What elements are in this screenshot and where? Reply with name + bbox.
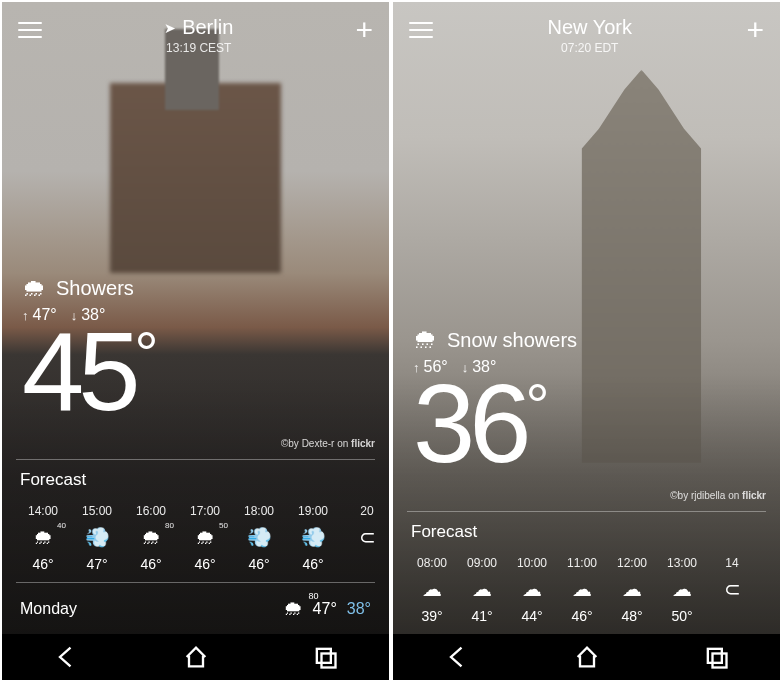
weather-icon: 🌧80	[124, 524, 178, 550]
hour-temp: 46°	[124, 556, 178, 572]
hour-temp: 44°	[507, 608, 557, 624]
location-arrow-icon: ➤	[164, 20, 176, 36]
svg-rect-0	[316, 649, 330, 663]
forecast-heading: Forecast	[2, 460, 389, 498]
hourly-column: 19:00💨46°	[286, 504, 340, 572]
weather-icon: ☁	[407, 576, 457, 602]
hourly-column: 11:00☁46°	[557, 556, 607, 624]
weather-icon: 🌧50	[178, 524, 232, 550]
hour-label: 20	[340, 504, 389, 518]
hour-label: 15:00	[70, 504, 124, 518]
photo-credit[interactable]: ©by rjdibella on flickr	[393, 484, 780, 511]
hourly-column: 13:00☁50°	[657, 556, 707, 624]
add-location-icon[interactable]: +	[355, 18, 373, 42]
hour-temp: 50°	[657, 608, 707, 624]
city-name: New York	[547, 16, 632, 39]
precip-chance: 80	[165, 521, 174, 530]
svg-rect-1	[321, 654, 335, 668]
hour-temp: 48°	[607, 608, 657, 624]
down-arrow-icon: ↓	[71, 308, 78, 323]
precip-chance: 40	[57, 521, 66, 530]
recent-apps-button[interactable]	[311, 643, 339, 671]
rain-icon: 🌧80	[283, 597, 303, 620]
weather-icon: ☁	[507, 576, 557, 602]
daily-forecast-row[interactable]: Monday 🌧80 47° 38°	[2, 583, 389, 634]
day-high: 47°	[313, 600, 337, 618]
back-button[interactable]	[53, 643, 81, 671]
local-time: 07:20 EDT	[433, 41, 746, 55]
weather-icon: ⊂	[340, 524, 389, 550]
hour-label: 08:00	[407, 556, 457, 570]
menu-icon[interactable]	[18, 22, 42, 38]
hourly-column: 10:00☁44°	[507, 556, 557, 624]
weather-icon: ☁	[657, 576, 707, 602]
flickr-logo: flickr	[351, 438, 375, 449]
hourly-column: 09:00☁41°	[457, 556, 507, 624]
hourly-forecast[interactable]: 08:00☁39°09:00☁41°10:00☁44°11:00☁46°12:0…	[393, 550, 780, 634]
weather-icon: ☁	[607, 576, 657, 602]
hour-label: 17:00	[178, 504, 232, 518]
hourly-column: 14⊂	[707, 556, 757, 624]
weather-icon: 🌧40	[16, 524, 70, 550]
flickr-logo: flickr	[742, 490, 766, 501]
weather-icon: ⊂	[707, 576, 757, 602]
snow-icon: 🌨	[413, 326, 437, 354]
weather-icon: ☁	[457, 576, 507, 602]
day-low: 38°	[347, 600, 371, 618]
city-name: Berlin	[182, 16, 233, 39]
current-conditions: 🌨 Snow showers ↑56° ↓38° 36°	[393, 326, 780, 484]
hour-label: 18:00	[232, 504, 286, 518]
weather-icon: ☁	[557, 576, 607, 602]
hour-temp: 46°	[16, 556, 70, 572]
hour-temp: 41°	[457, 608, 507, 624]
local-time: 13:19 CEST	[42, 41, 355, 55]
weather-icon: 💨	[232, 524, 286, 550]
svg-rect-3	[712, 654, 726, 668]
current-temperature: 36°	[413, 368, 760, 480]
hourly-column: 08:00☁39°	[407, 556, 457, 624]
back-button[interactable]	[444, 643, 472, 671]
hour-label: 14	[707, 556, 757, 570]
add-location-icon[interactable]: +	[746, 18, 764, 42]
up-arrow-icon: ↑	[413, 360, 420, 375]
hour-label: 10:00	[507, 556, 557, 570]
current-conditions: 🌧 Showers ↑47° ↓38° 45°	[2, 274, 389, 432]
hour-label: 16:00	[124, 504, 178, 518]
location-title[interactable]: ➤ Berlin 13:19 CEST	[42, 16, 355, 55]
hourly-column: 20⊂	[340, 504, 389, 572]
top-bar: New York 07:20 EDT +	[393, 2, 780, 65]
condition-text: Showers	[56, 277, 134, 300]
location-title[interactable]: New York 07:20 EDT	[433, 16, 746, 55]
current-temperature: 45°	[22, 316, 369, 428]
phone-berlin: ➤ Berlin 13:19 CEST + 🌧 Showers ↑47° ↓38…	[2, 2, 389, 680]
condition-text: Snow showers	[447, 329, 577, 352]
photo-credit[interactable]: ©by Dexte-r on flickr	[2, 432, 389, 459]
hourly-column: 12:00☁48°	[607, 556, 657, 624]
forecast-heading: Forecast	[393, 512, 780, 550]
rain-icon: 🌧	[22, 274, 46, 302]
hour-temp: 46°	[232, 556, 286, 572]
hour-label: 19:00	[286, 504, 340, 518]
hourly-column: 17:00🌧5046°	[178, 504, 232, 572]
android-nav-bar	[393, 634, 780, 680]
home-button[interactable]	[182, 643, 210, 671]
hour-label: 13:00	[657, 556, 707, 570]
hour-temp: 39°	[407, 608, 457, 624]
recent-apps-button[interactable]	[702, 643, 730, 671]
hour-label: 09:00	[457, 556, 507, 570]
android-nav-bar	[2, 634, 389, 680]
svg-rect-2	[707, 649, 721, 663]
hour-temp: 46°	[178, 556, 232, 572]
hourly-forecast[interactable]: 14:00🌧4046°15:00💨47°16:00🌧8046°17:00🌧504…	[2, 498, 389, 582]
top-bar: ➤ Berlin 13:19 CEST +	[2, 2, 389, 65]
phone-newyork: New York 07:20 EDT + 🌨 Snow showers ↑56°…	[393, 2, 780, 680]
menu-icon[interactable]	[409, 22, 433, 38]
hour-temp: 46°	[286, 556, 340, 572]
hour-temp: 46°	[557, 608, 607, 624]
hour-label: 11:00	[557, 556, 607, 570]
hourly-column: 14:00🌧4046°	[16, 504, 70, 572]
hour-label: 12:00	[607, 556, 657, 570]
up-arrow-icon: ↑	[22, 308, 29, 323]
home-button[interactable]	[573, 643, 601, 671]
weather-icon: 💨	[70, 524, 124, 550]
